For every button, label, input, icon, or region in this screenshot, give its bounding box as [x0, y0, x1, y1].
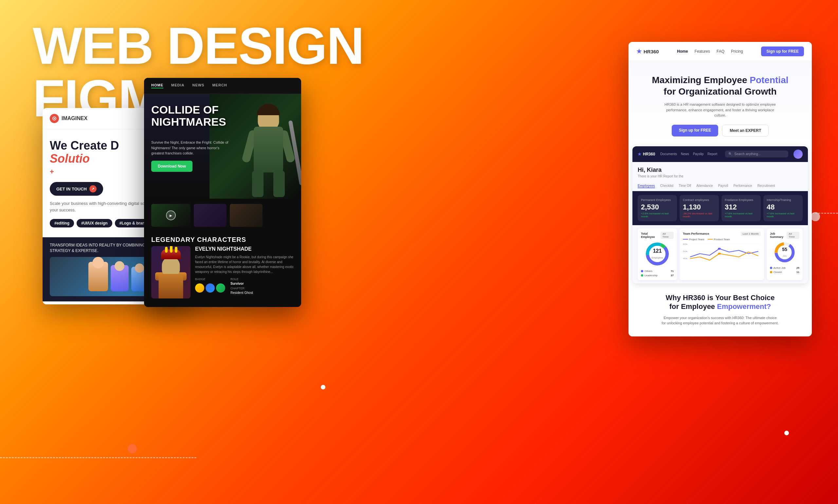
- stat-contract-value: 1,130: [683, 203, 716, 212]
- badge-blue: [206, 284, 215, 292]
- dash-nav-news[interactable]: News: [681, 152, 689, 156]
- dash-nav-report[interactable]: Report: [707, 152, 717, 156]
- hr-logo-star-icon: ★: [636, 48, 642, 55]
- stat-internship-label: Internship/Training: [767, 198, 799, 202]
- stat-permanent-value: 2,530: [641, 203, 674, 212]
- nav-features[interactable]: Features: [695, 49, 710, 54]
- stat-freelance-change: +7.6% increased vs last month: [725, 212, 757, 218]
- chart-total-title: Total Employee All Time: [641, 232, 674, 239]
- hr-search-bar[interactable]: 🔍 Search anything...: [725, 150, 788, 158]
- gaming-nav-news[interactable]: NEWS: [192, 83, 204, 88]
- hr-dashboard: ★ HR360 Documents News Payslip Report 🔍 …: [632, 146, 808, 284]
- hr-dash-nav-links: Documents News Payslip Report: [660, 152, 717, 156]
- imaginex-logo: IMAGINEX: [50, 114, 87, 123]
- hr-dash-logo: ★ HR360: [638, 152, 655, 157]
- hr-why-section: Why HR360 is Your Best Choice for Employ…: [628, 284, 812, 332]
- chart-performance-filter[interactable]: Last 1 Month: [741, 232, 761, 236]
- hr-greeting-sub: There is your HR Report for the: [638, 175, 803, 178]
- gaming-section-title: LEGENDARY CHARACTERS: [144, 232, 301, 246]
- imaginex-logo-icon: [50, 114, 59, 123]
- stat-contract-label: Contract employees: [683, 198, 716, 202]
- stat-internship: Internship/Training 48 +7.6% increased v…: [763, 195, 803, 221]
- hr-stat-cards: Permanent Employees 2,530 +2.6% increase…: [632, 191, 808, 225]
- tab-employees[interactable]: Employees: [638, 184, 655, 188]
- chart-team-performance: Team Performance Last 1 Month Project Te…: [680, 229, 764, 280]
- chart-job-filter[interactable]: All Time: [787, 232, 799, 239]
- play-icon[interactable]: ▶: [166, 211, 176, 220]
- gaming-char-name: EVELYN NIGHTSHADE: [195, 246, 294, 252]
- hr-features-grid: 🔄 Traditional HR Software is Outdated! L…: [628, 332, 812, 337]
- legend-closed-dot: [770, 271, 772, 273]
- svg-text:50k: 50k: [683, 250, 688, 252]
- dash-nav-payslip[interactable]: Payslip: [693, 152, 703, 156]
- dot-decoration-1: [128, 444, 137, 453]
- nav-faq[interactable]: FAQ: [716, 49, 725, 54]
- hr-hero-description: HR360 is a HR management software design…: [664, 102, 776, 118]
- dot-decoration-3: [811, 212, 820, 221]
- imaginex-logo-text: IMAGINEX: [61, 115, 87, 122]
- stat-permanent-change: +2.6% increased vs last month: [641, 212, 674, 218]
- stat-internship-change: +7.6% increased vs last month: [767, 212, 799, 218]
- gaming-nav-home[interactable]: HOME: [151, 83, 163, 88]
- card-hr360: ★ HR360 Home Features FAQ Pricing Sign u…: [628, 42, 812, 337]
- card-gaming: HOME MEDIA NEWS MERCH: [144, 78, 301, 307]
- chart-total-filter[interactable]: All Time: [661, 232, 674, 239]
- total-employee-legend: Others 71 Leadership 37: [641, 270, 674, 277]
- nav-home[interactable]: Home: [677, 49, 688, 54]
- dashed-line-left: [0, 457, 196, 458]
- svg-text:40k: 40k: [683, 257, 688, 259]
- hr-avatar-area: [794, 149, 803, 159]
- legend-active-job: Active Job 25: [770, 266, 799, 269]
- gaming-download-btn[interactable]: Download Now: [151, 161, 193, 172]
- hr-greeting: Hi, Kiara There is your HR Report for th…: [632, 162, 808, 181]
- gaming-thumb-2[interactable]: [194, 204, 227, 227]
- badge-green: [216, 284, 225, 292]
- dot-decoration-4: [784, 431, 789, 435]
- stat-contract: Contract employees 1,130 -28.2% decrease…: [680, 195, 719, 221]
- hr-user-avatar[interactable]: [794, 149, 803, 159]
- legend-leadership-dot: [641, 274, 643, 276]
- gaming-nav-merch[interactable]: MERCH: [212, 83, 227, 88]
- stat-contract-change: -28.2% decreased vs last month: [683, 212, 716, 218]
- hr-hero-buttons: Sign up for FREE Meet an EXPERT: [638, 125, 802, 137]
- hr-charts-row: Total Employee All Time: [632, 225, 808, 284]
- legend-closed-job: Closed 11: [770, 271, 799, 274]
- tab-checklist[interactable]: Checklist: [660, 184, 674, 188]
- tab-recruitment[interactable]: Recruitment: [757, 184, 775, 188]
- tab-timeoff[interactable]: Time Off: [679, 184, 691, 188]
- tab-attendance[interactable]: Attendance: [696, 184, 713, 188]
- hr-expert-cta[interactable]: Meet an EXPERT: [722, 125, 769, 137]
- job-summary-legend: Active Job 25 Closed 11: [770, 266, 799, 274]
- hr-logo: ★ HR360: [636, 48, 659, 55]
- hr-dash-tabs: Employees Checklist Time Off Attendance …: [632, 181, 808, 191]
- tab-performance[interactable]: Performance: [733, 184, 752, 188]
- gaming-thumb-1[interactable]: ▶: [151, 204, 191, 227]
- hr-hero-title: Maximizing Employee Potential for Organi…: [638, 74, 802, 97]
- stat-freelance-label: Freelance Employees: [725, 198, 757, 202]
- gaming-character-info: EVELYN NIGHTSHADE Evelyn Nightshade migh…: [195, 246, 294, 299]
- stat-internship-value: 48: [767, 203, 799, 212]
- stat-permanent: Permanent Employees 2,530 +2.6% increase…: [638, 195, 677, 221]
- legend-others-dot: [641, 270, 643, 272]
- gaming-thumb-3[interactable]: [230, 204, 263, 227]
- nav-pricing[interactable]: Pricing: [731, 49, 743, 54]
- gaming-thumbnails: ▶: [144, 199, 301, 232]
- hr-greeting-name: Hi, Kiara: [638, 166, 803, 174]
- svg-point-1: [54, 118, 55, 119]
- imaginex-cta-button[interactable]: GET IN TOUCH ↗: [50, 182, 103, 196]
- stat-freelance-value: 312: [725, 203, 757, 212]
- hr-signup-btn[interactable]: Sign up for FREE: [761, 47, 804, 56]
- tab-payroll[interactable]: Payroll: [718, 184, 728, 188]
- dash-nav-docs[interactable]: Documents: [660, 152, 677, 156]
- legend-active-dot: [770, 267, 772, 269]
- chart-performance-title: Team Performance Last 1 Month: [683, 232, 761, 236]
- badge-gold: [195, 284, 204, 292]
- hr-dash-nav: ★ HR360 Documents News Payslip Report 🔍 …: [632, 146, 808, 162]
- svg-point-12: [718, 248, 721, 250]
- hr-nav: ★ HR360 Home Features FAQ Pricing Sign u…: [628, 42, 812, 61]
- job-donut-center: 55 Jobs: [782, 247, 787, 258]
- gaming-nav-media[interactable]: MEDIA: [171, 83, 184, 88]
- hr-signup-cta[interactable]: Sign up for FREE: [672, 125, 718, 137]
- gaming-nav: HOME MEDIA NEWS MERCH: [144, 78, 301, 94]
- chart-job-summary: Job Summary All Time 55 Jobs: [767, 229, 803, 280]
